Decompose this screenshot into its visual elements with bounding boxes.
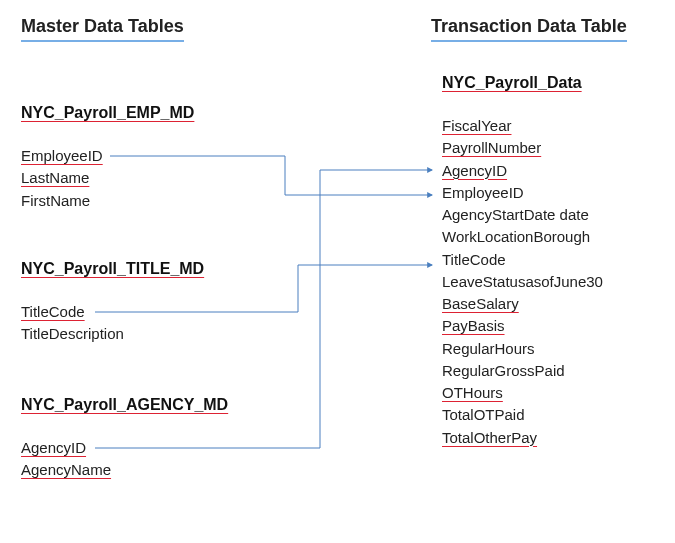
table-title-transaction: NYC_Payroll_Data	[442, 74, 582, 92]
field-item: AgencyID	[21, 438, 111, 458]
field-item: TitleCode	[21, 302, 124, 322]
field-item: BaseSalary	[442, 294, 603, 314]
heading-master: Master Data Tables	[21, 16, 184, 42]
field-item: EmployeeID	[21, 146, 103, 166]
field-list-transaction: FiscalYearPayrollNumberAgencyIDEmployeeI…	[442, 116, 603, 448]
field-item: FiscalYear	[442, 116, 603, 136]
field-item: WorkLocationBorough	[442, 227, 603, 247]
field-item: OTHours	[442, 383, 603, 403]
field-item: EmployeeID	[442, 183, 603, 203]
field-list-titlemd: TitleCodeTitleDescription	[21, 302, 124, 345]
field-item: PayBasis	[442, 316, 603, 336]
field-list-emp: EmployeeIDLastNameFirstName	[21, 146, 103, 211]
field-item: TotalOTPaid	[442, 405, 603, 425]
field-item: AgencyID	[442, 161, 603, 181]
field-item: TitleDescription	[21, 324, 124, 344]
field-item: RegularHours	[442, 339, 603, 359]
table-title-titlemd: NYC_Payroll_TITLE_MD	[21, 260, 204, 278]
field-item: RegularGrossPaid	[442, 361, 603, 381]
heading-transaction: Transaction Data Table	[431, 16, 627, 42]
table-title-agency: NYC_Payroll_AGENCY_MD	[21, 396, 228, 414]
field-item: AgencyName	[21, 460, 111, 480]
field-item: PayrollNumber	[442, 138, 603, 158]
field-item: AgencyStartDate date	[442, 205, 603, 225]
join-line-employeeid	[110, 156, 432, 195]
field-item: LeaveStatusasofJune30	[442, 272, 603, 292]
field-list-agency: AgencyIDAgencyName	[21, 438, 111, 481]
field-item: FirstName	[21, 191, 103, 211]
field-item: TitleCode	[442, 250, 603, 270]
table-title-emp: NYC_Payroll_EMP_MD	[21, 104, 194, 122]
field-item: LastName	[21, 168, 103, 188]
field-item: TotalOtherPay	[442, 428, 603, 448]
